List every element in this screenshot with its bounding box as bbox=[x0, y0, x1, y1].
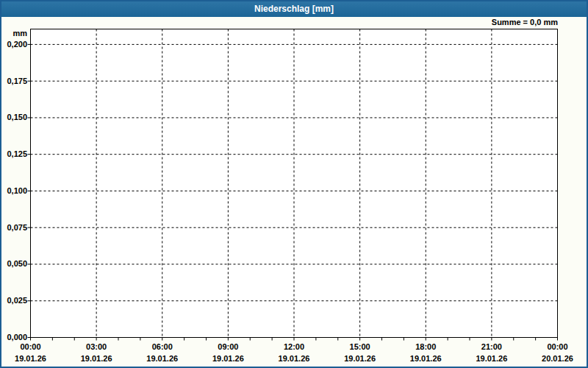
x-tick-date-label: 20.01.26 bbox=[534, 354, 581, 364]
y-tick-label: 0,150 bbox=[1, 113, 27, 122]
chart-window: Niederschlag [mm] Summe = 0,0 mm mm 0,00… bbox=[0, 0, 588, 368]
x-tick-time-label: 18:00 bbox=[402, 342, 449, 352]
y-tick-label: 0,100 bbox=[1, 186, 27, 196]
y-tick-label: 0,025 bbox=[1, 296, 27, 305]
x-tick-time-label: 00:00 bbox=[534, 342, 581, 352]
x-tick-date-label: 19.01.26 bbox=[204, 354, 251, 364]
x-tick-date-label: 19.01.26 bbox=[337, 354, 384, 364]
y-tick-label: 0,125 bbox=[1, 149, 27, 159]
x-tick-time-label: 09:00 bbox=[204, 342, 251, 352]
x-tick-date-label: 19.01.26 bbox=[73, 354, 120, 364]
y-tick-label: 0,050 bbox=[1, 259, 27, 269]
x-tick-date-label: 19.01.26 bbox=[468, 354, 515, 364]
x-tick-date-label: 19.01.26 bbox=[139, 354, 186, 364]
x-tick-time-label: 06:00 bbox=[139, 342, 186, 352]
x-tick-time-label: 00:00 bbox=[7, 342, 54, 352]
x-tick-time-label: 12:00 bbox=[270, 342, 318, 352]
plot-grid-canvas bbox=[1, 1, 587, 367]
x-tick-date-label: 19.01.26 bbox=[402, 354, 449, 364]
y-tick-label: 0,175 bbox=[1, 77, 27, 86]
y-tick-label: 0,075 bbox=[1, 223, 27, 233]
y-tick-label: 0,000 bbox=[1, 333, 27, 342]
x-tick-time-label: 03:00 bbox=[73, 342, 120, 352]
x-tick-date-label: 19.01.26 bbox=[270, 354, 318, 364]
x-tick-time-label: 21:00 bbox=[468, 342, 515, 352]
y-tick-label: 0,200 bbox=[1, 40, 27, 49]
x-tick-date-label: 19.01.26 bbox=[7, 354, 54, 364]
x-tick-time-label: 15:00 bbox=[337, 342, 384, 352]
